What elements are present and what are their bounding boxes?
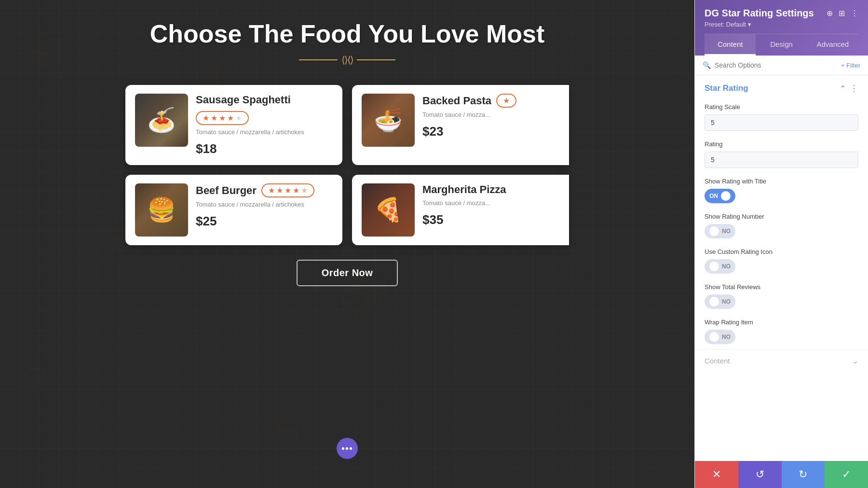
toggle-on-knob [721, 191, 731, 201]
star-badge-pasta: ★ [496, 94, 516, 108]
show-rating-number-toggle[interactable]: NO [705, 224, 735, 238]
food-image-burger [135, 183, 188, 237]
settings-search-bar: 🔍 + Filter [695, 56, 868, 75]
show-rating-number-row: Show Rating Number NO [695, 208, 868, 243]
section-controls: ⌃ ⋮ [840, 83, 858, 94]
star-p1: ★ [503, 96, 510, 105]
toggle-on-label: ON [709, 193, 718, 199]
redo-button[interactable]: ↻ [782, 461, 825, 488]
rating-scale-input[interactable] [705, 114, 858, 131]
food-desc-pizza: Tomato sauce / mozza... [422, 199, 559, 208]
settings-panel-title: DG Star Rating Settings [705, 8, 814, 19]
show-rating-title-toggle[interactable]: ON [705, 189, 735, 203]
star-badge-spaghetti: ★ ★ ★ ★ ★ [196, 111, 249, 125]
rating-label: Rating [705, 140, 858, 148]
food-desc-pasta: Tomato sauce / mozza... [422, 111, 559, 119]
svg-text:🍖: 🍖 [265, 407, 301, 442]
rating-input[interactable] [705, 152, 858, 168]
settings-target-icon[interactable]: ⊕ [827, 9, 833, 18]
toggle-off-knob-4 [709, 332, 719, 342]
title-divider: ⟨⟩⟨⟩ [299, 54, 395, 66]
cancel-button[interactable]: ✕ [695, 461, 738, 488]
divider-ornament: ⟨⟩⟨⟩ [341, 54, 353, 66]
svg-text:🍕: 🍕 [24, 36, 72, 82]
food-card-sausage-spaghetti: Sausage Spaghetti ★ ★ ★ ★ ★ Tomato sauce… [125, 85, 342, 165]
food-card-backed-pasta: Backed Pasta ★ Tomato sauce / mozza... $… [352, 85, 569, 165]
use-custom-icon-toggle[interactable]: NO [705, 259, 735, 274]
divider-line-right [357, 59, 395, 60]
tab-advanced[interactable]: Advanced [807, 34, 858, 56]
save-button[interactable]: ✓ [825, 461, 868, 488]
food-name-row-pizza: Margherita Pizza [422, 183, 559, 196]
food-name-pasta: Backed Pasta [422, 95, 491, 107]
svg-text:🥗: 🥗 [10, 357, 49, 394]
search-options-input[interactable] [715, 61, 837, 69]
food-desc-burger: Tomato sauce / mozzarella / artichokes [196, 200, 333, 209]
star-b4: ★ [293, 186, 299, 195]
wrap-rating-item-label: Wrap Rating Item [705, 319, 858, 326]
settings-body: Star Rating ⌃ ⋮ Rating Scale Rating Show… [695, 75, 868, 461]
section-collapse-icon[interactable]: ⌃ [840, 84, 846, 93]
food-price-burger: $25 [196, 214, 333, 229]
food-name-spaghetti: Sausage Spaghetti [196, 94, 291, 106]
star-badge-burger: ★ ★ ★ ★ ★ [261, 183, 314, 197]
settings-tabs: Content Design Advanced [705, 34, 858, 56]
tab-design[interactable]: Design [756, 34, 807, 56]
filter-button[interactable]: + Filter [841, 62, 860, 69]
action-bar: ✕ ↺ ↻ ✓ [695, 461, 868, 488]
star-rating-section-header: Star Rating ⌃ ⋮ [695, 75, 868, 98]
tab-content[interactable]: Content [705, 34, 756, 56]
content-section-row[interactable]: Content ⌄ [695, 349, 868, 372]
food-info-burger: Beef Burger ★ ★ ★ ★ ★ Tomato sauce / moz… [196, 183, 333, 229]
wrap-rating-item-row: Wrap Rating Item NO [695, 314, 868, 349]
show-rating-number-toggle-container: NO [705, 224, 858, 238]
toggle-off-label-1: NO [722, 228, 731, 235]
food-name-burger: Beef Burger [196, 184, 257, 197]
star-3: ★ [219, 113, 226, 123]
search-icon: 🔍 [703, 61, 711, 69]
food-info-pasta: Backed Pasta ★ Tomato sauce / mozza... $… [422, 94, 559, 139]
star-rating-section-title: Star Rating [705, 84, 748, 93]
toggle-off-label-4: NO [722, 334, 731, 340]
food-image-pasta [362, 94, 415, 147]
divider-line-left [299, 59, 338, 60]
settings-panel: DG Star Rating Settings ⊕ ⊞ ⋮ Preset: De… [694, 0, 868, 488]
settings-layout-icon[interactable]: ⊞ [839, 9, 845, 18]
wrap-rating-item-toggle-container: NO [705, 330, 858, 344]
food-card-margherita: Margherita Pizza Tomato sauce / mozza...… [352, 175, 569, 245]
dots-icon: ••• [341, 443, 353, 454]
floating-dots-button[interactable]: ••• [337, 438, 358, 459]
food-name-row-burger: Beef Burger ★ ★ ★ ★ ★ [196, 183, 333, 197]
settings-title-row: DG Star Rating Settings ⊕ ⊞ ⋮ [705, 8, 858, 19]
toggle-off-knob-3 [709, 297, 719, 307]
order-now-button[interactable]: Order Now [297, 260, 398, 286]
main-canvas: 🍕 🍝 🍔 🌮 🍜 🥗 🍖 Choose The Food You Love M… [0, 0, 694, 488]
show-rating-title-row: Show Rating with Title ON [695, 173, 868, 208]
food-card-beef-burger: Beef Burger ★ ★ ★ ★ ★ Tomato sauce / moz… [125, 175, 342, 245]
star-2: ★ [211, 113, 217, 123]
toggle-off-knob-2 [709, 262, 719, 271]
food-price-pasta: $23 [422, 124, 559, 139]
show-total-reviews-toggle[interactable]: NO [705, 294, 735, 309]
food-image-pizza [362, 183, 415, 237]
undo-button[interactable]: ↺ [738, 461, 782, 488]
toggle-off-knob-1 [709, 226, 719, 236]
star-1: ★ [203, 113, 209, 123]
content-section-chevron-icon: ⌄ [852, 356, 858, 365]
food-desc-spaghetti: Tomato sauce / mozzarella / artichokes [196, 128, 333, 137]
show-rating-number-label: Show Rating Number [705, 213, 858, 220]
show-total-reviews-label: Show Total Reviews [705, 283, 858, 291]
star-b3: ★ [285, 186, 291, 195]
use-custom-icon-row: Use Custom Rating Icon NO [695, 243, 868, 279]
section-more-icon[interactable]: ⋮ [850, 83, 858, 94]
page-title: Choose The Food You Love Most [150, 19, 545, 48]
settings-menu-icon[interactable]: ⋮ [851, 9, 858, 18]
food-grid: Sausage Spaghetti ★ ★ ★ ★ ★ Tomato sauce… [125, 85, 569, 245]
wrap-rating-item-toggle[interactable]: NO [705, 330, 735, 344]
food-info-pizza: Margherita Pizza Tomato sauce / mozza...… [422, 183, 559, 227]
star-4: ★ [227, 113, 234, 123]
star-5: ★ [235, 113, 242, 123]
food-image-spaghetti [135, 94, 188, 147]
use-custom-icon-toggle-container: NO [705, 259, 858, 274]
preset-label[interactable]: Preset: Default ▾ [705, 21, 858, 28]
